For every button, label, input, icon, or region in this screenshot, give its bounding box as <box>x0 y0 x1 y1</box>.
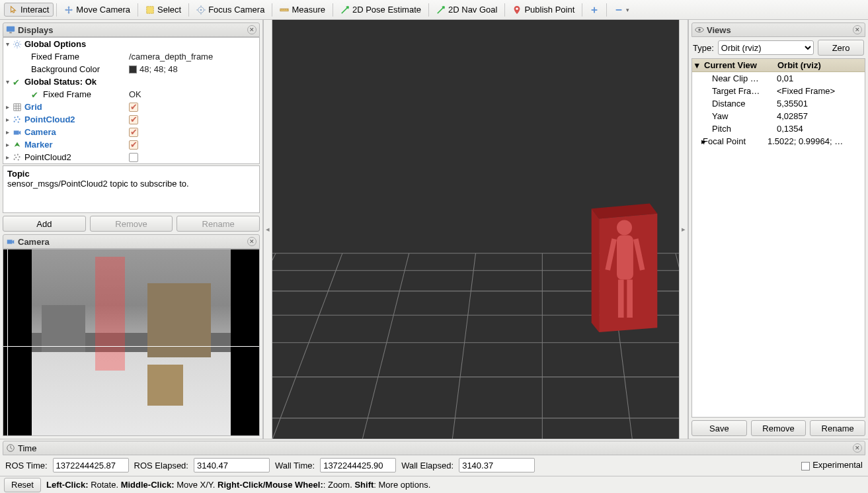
svg-point-16 <box>14 116 15 118</box>
pointcloud2-b-checkbox[interactable]: ✔ <box>129 153 138 162</box>
views-panel-header: Views ✕ <box>691 22 865 37</box>
remove-tool-button[interactable]: ▾ <box>610 3 634 17</box>
svg-rect-50 <box>617 235 633 279</box>
move-camera-icon <box>64 5 73 15</box>
remove-display-button[interactable]: Remove <box>90 216 173 232</box>
left-splitter[interactable]: ◂ <box>263 20 272 439</box>
gear-icon <box>13 40 22 49</box>
pose-estimate-button[interactable]: 2D Pose Estimate <box>336 3 426 17</box>
clock-icon <box>6 443 15 453</box>
zero-button[interactable]: Zero <box>818 40 864 56</box>
camera-close-button[interactable]: ✕ <box>247 237 256 246</box>
desc-body: sensor_msgs/PointCloud2 topic to subscri… <box>7 179 255 189</box>
svg-rect-29 <box>7 240 13 244</box>
marker-cube <box>586 196 662 338</box>
svg-line-38 <box>272 253 276 439</box>
svg-point-2 <box>200 9 202 11</box>
svg-line-44 <box>676 253 679 439</box>
move-camera-button[interactable]: Move Camera <box>59 3 135 17</box>
camera-icon <box>13 128 22 137</box>
svg-point-18 <box>19 118 20 120</box>
camera-checkbox[interactable]: ✔ <box>129 128 138 137</box>
views-rename-button[interactable]: Rename <box>810 420 865 436</box>
right-splitter[interactable]: ▸ <box>679 20 688 439</box>
displays-panel-header: Displays ✕ <box>3 22 260 37</box>
main-toolbar: Interact Move Camera Select Focus Camera… <box>0 0 868 20</box>
publish-point-button[interactable]: Publish Point <box>508 3 579 17</box>
marker-icon <box>13 140 22 150</box>
svg-rect-51 <box>618 279 624 317</box>
camera-row[interactable]: ▸Camera✔ <box>3 126 259 138</box>
camera-title: Camera <box>18 237 245 247</box>
interact-button[interactable]: Interact <box>4 3 54 17</box>
displays-tree[interactable]: ▾Global Options Fixed Frame/camera_depth… <box>3 37 260 164</box>
ros-elapsed-field[interactable] <box>194 458 270 472</box>
add-display-button[interactable]: Add <box>3 216 86 232</box>
focus-camera-button[interactable]: Focus Camera <box>192 3 269 17</box>
ros-time-field[interactable] <box>53 458 129 472</box>
grid-checkbox[interactable]: ✔ <box>129 103 138 112</box>
minus-icon <box>614 5 623 15</box>
svg-point-12 <box>516 7 519 10</box>
svg-point-15 <box>15 42 19 46</box>
monitor-icon <box>6 25 15 34</box>
select-button[interactable]: Select <box>141 3 186 17</box>
status-bar: Reset Left-Click: Rotate. Middle-Click: … <box>0 476 868 493</box>
nav-arrow-icon <box>436 5 446 15</box>
grid-row[interactable]: ▸Grid✔ <box>3 101 259 113</box>
view-type-select[interactable]: Orbit (rviz) <box>718 40 814 55</box>
nav-goal-label: 2D Nav Goal <box>448 5 497 15</box>
wall-elapsed-field[interactable] <box>459 458 535 472</box>
focus-camera-icon <box>196 5 206 15</box>
svg-rect-14 <box>9 32 12 34</box>
views-close-button[interactable]: ✕ <box>853 25 862 34</box>
svg-marker-47 <box>592 208 599 332</box>
camera-view[interactable] <box>3 249 260 436</box>
desc-title: Topic <box>7 169 255 179</box>
measure-button[interactable]: Measure <box>275 3 330 17</box>
views-remove-button[interactable]: Remove <box>751 420 807 436</box>
marker-row[interactable]: ▸Marker✔ <box>3 138 259 151</box>
ros-elapsed-label: ROS Elapsed: <box>134 461 188 471</box>
pose-estimate-label: 2D Pose Estimate <box>352 5 421 15</box>
svg-point-28 <box>18 159 19 160</box>
type-label: Type: <box>693 43 714 53</box>
3d-viewport[interactable] <box>272 20 679 439</box>
pointcloud-icon <box>13 115 22 124</box>
pointcloud2-row-b[interactable]: ▸PointCloud2✔ <box>3 151 259 163</box>
wall-time-field[interactable] <box>320 458 396 472</box>
focus-camera-label: Focus Camera <box>208 5 264 15</box>
svg-point-25 <box>19 156 20 157</box>
reset-button[interactable]: Reset <box>4 478 41 492</box>
pointcloud2-a-checkbox[interactable]: ✔ <box>129 115 138 124</box>
publish-point-label: Publish Point <box>524 5 574 15</box>
time-close-button[interactable]: ✕ <box>853 443 862 453</box>
svg-line-41 <box>449 253 475 439</box>
plus-icon <box>590 5 599 15</box>
eye-icon <box>695 25 704 34</box>
time-panel-header: Time ✕ <box>3 441 865 455</box>
svg-point-20 <box>14 120 15 122</box>
svg-line-40 <box>356 253 409 439</box>
svg-point-26 <box>15 156 17 157</box>
svg-line-39 <box>272 253 342 439</box>
pointcloud2-row-a[interactable]: ▸PointCloud2✔ <box>3 113 259 126</box>
camera-icon <box>6 237 15 246</box>
displays-close-button[interactable]: ✕ <box>247 25 256 34</box>
svg-point-49 <box>617 220 632 235</box>
marker-checkbox[interactable]: ✔ <box>129 140 138 150</box>
add-tool-button[interactable] <box>585 3 604 17</box>
svg-point-56 <box>698 28 701 31</box>
rename-display-button[interactable]: Rename <box>177 216 260 232</box>
check-ok-icon: ✔ <box>31 90 40 99</box>
select-icon <box>145 5 155 15</box>
measure-label: Measure <box>292 5 325 15</box>
experimental-checkbox[interactable]: Experimental <box>801 460 863 470</box>
svg-point-24 <box>17 154 19 155</box>
nav-goal-button[interactable]: 2D Nav Goal <box>432 3 502 17</box>
svg-rect-22 <box>14 130 19 134</box>
pose-arrow-icon <box>340 5 350 15</box>
select-label: Select <box>157 5 181 15</box>
views-save-button[interactable]: Save <box>691 420 747 436</box>
views-tree[interactable]: ▾Current ViewOrbit (rviz) Near Clip …0,0… <box>691 58 865 418</box>
